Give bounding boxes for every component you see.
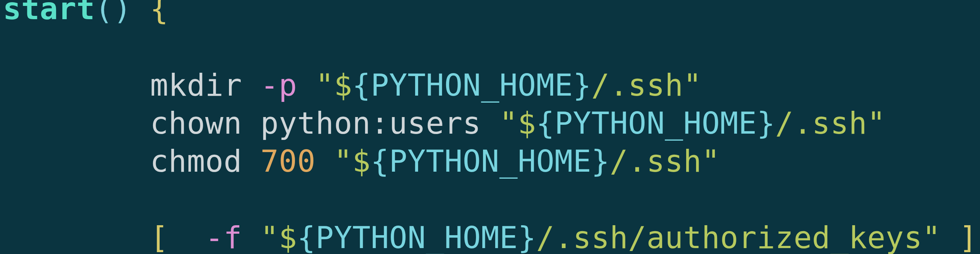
var-brace-close: } [573, 67, 592, 103]
indent [3, 220, 150, 254]
mode-700: 700 [260, 144, 316, 179]
code-line-5: chmod 700 "${PYTHON_HOME}/.ssh" [3, 144, 720, 179]
quote: " [867, 105, 886, 141]
path-authorized-keys: /.ssh/authorized_keys [536, 220, 922, 254]
var-brace-open: { [371, 144, 389, 179]
path-ssh: /.ssh [610, 144, 702, 179]
function-name: start [3, 0, 95, 26]
path-ssh: /.ssh [775, 105, 867, 141]
var-brace-open: { [297, 220, 316, 254]
flag-p: -p [260, 67, 297, 103]
quote: " [316, 67, 334, 103]
dollar: $ [518, 105, 536, 141]
quote: " [683, 67, 702, 103]
brace-open: { [150, 0, 169, 26]
code-line-4: chown python:users "${PYTHON_HOME}/.ssh" [3, 105, 886, 141]
paren-close: ) [113, 0, 132, 26]
var-python-home: PYTHON_HOME [389, 144, 592, 179]
quote: " [702, 144, 720, 179]
indent [3, 67, 150, 103]
code-line-3: mkdir -p "${PYTHON_HOME}/.ssh" [3, 67, 702, 103]
bracket-close: ] [959, 220, 977, 254]
paren-open: ( [95, 0, 113, 26]
dollar: $ [279, 220, 297, 254]
owner-group: python:users [260, 105, 481, 141]
cmd-chown: chown [150, 105, 242, 141]
flag-f: -f [205, 220, 242, 254]
cmd-chmod: chmod [150, 144, 242, 179]
var-python-home: PYTHON_HOME [555, 105, 757, 141]
bracket-open: [ [150, 220, 169, 254]
dollar: $ [353, 144, 371, 179]
quote: " [923, 220, 941, 254]
indent [3, 105, 150, 141]
code-line-7: [ -f "${PYTHON_HOME}/.ssh/authorized_key… [3, 220, 977, 254]
var-python-home: PYTHON_HOME [316, 220, 518, 254]
path-ssh: /.ssh [592, 67, 683, 103]
quote: " [260, 220, 279, 254]
code-block: start() { mkdir -p "${PYTHON_HOME}/.ssh"… [3, 0, 980, 254]
code-line-1: start() { [3, 0, 169, 26]
quote: " [499, 105, 518, 141]
var-brace-close: } [592, 144, 610, 179]
indent [3, 144, 150, 179]
var-brace-open: { [353, 67, 371, 103]
var-brace-open: { [536, 105, 555, 141]
var-brace-close: } [757, 105, 775, 141]
dollar: $ [334, 67, 353, 103]
var-python-home: PYTHON_HOME [371, 67, 573, 103]
cmd-mkdir: mkdir [150, 67, 242, 103]
var-brace-close: } [518, 220, 536, 254]
quote: " [334, 144, 353, 179]
